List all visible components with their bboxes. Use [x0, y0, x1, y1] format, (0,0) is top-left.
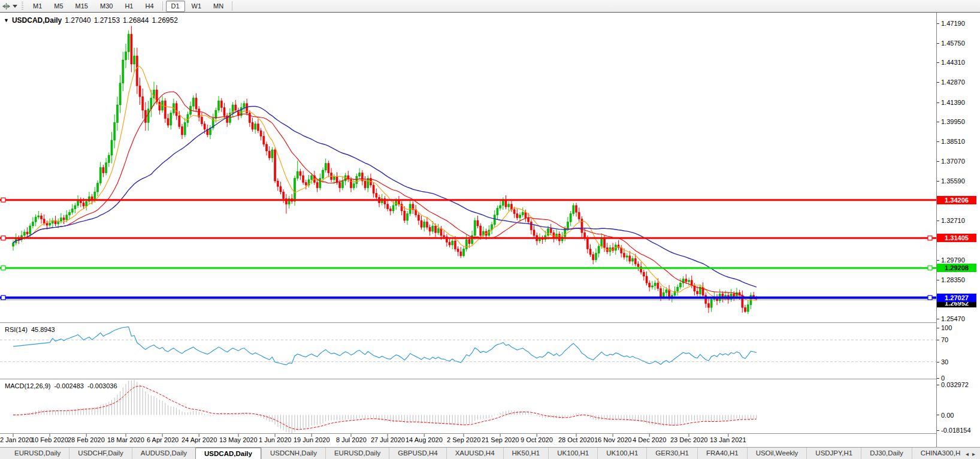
price-line-label-1.31405: 1.31405: [937, 234, 976, 242]
timeframe-button-h1[interactable]: H1: [119, 1, 138, 12]
price-line-label-1.27027: 1.27027: [937, 294, 976, 302]
price-line-label-1.29208: 1.29208: [937, 264, 976, 272]
price-tick-1.41390: 1.41390: [937, 99, 980, 106]
toolbar-separator: [162, 1, 163, 11]
symbol-period-label: USDCAD,Daily: [12, 16, 62, 25]
toolbar-separator: [232, 1, 232, 11]
date-label: 18 Mar 2020: [107, 436, 144, 443]
macd-axis-max: 0.032972: [937, 381, 980, 388]
macd-indicator-label: MACD(12,26,9) -0.002483 -0.003036: [5, 382, 117, 389]
date-label: 1 Jun 2020: [259, 436, 291, 443]
price-tick-1.44310: 1.44310: [937, 59, 980, 66]
macd-name: MACD(12,26,9): [5, 382, 50, 389]
chart-tab-ger30-h1[interactable]: GER30,H1: [646, 448, 697, 459]
date-label: 13 May 2020: [219, 436, 258, 443]
ohlc-high: 1.27153: [94, 16, 120, 25]
bear-candle-wicks: [19, 26, 756, 313]
timeframe-button-mn[interactable]: MN: [208, 1, 229, 12]
chevron-down-icon[interactable]: [13, 5, 17, 8]
chart-tab-hk50-h1[interactable]: HK50,H1: [503, 448, 549, 459]
macd-signal-line: [13, 386, 757, 429]
chart-tab-china300-h1[interactable]: CHINA300,H1: [912, 448, 961, 459]
ohlc-close: 1.26952: [152, 16, 177, 25]
price-axis[interactable]: 1.471901.457501.443101.428701.413901.399…: [936, 13, 980, 448]
chart-tab-usdcnh-daily[interactable]: USDCNH,Daily: [261, 448, 325, 459]
crosshair-arrows-icon[interactable]: [1, 1, 11, 11]
date-label: 14 Aug 2020: [406, 436, 443, 443]
tab-scroll-right-icon[interactable]: ▸: [972, 451, 975, 457]
tab-scroll-arrows: ◂ ▸: [961, 448, 980, 459]
macd-axis-min: -0.018154: [937, 427, 980, 434]
timeframe-button-d1[interactable]: D1: [166, 1, 185, 12]
tab-scroll-left-icon[interactable]: ◂: [966, 451, 969, 457]
chart-tab-usoil-weekly[interactable]: USOil,Weekly: [747, 448, 807, 459]
chart-title: ▼ USDCAD,Daily 1.27040 1.27153 1.26844 1…: [4, 16, 178, 25]
timeframe-toolbar: M1M5M15M30H1H4D1W1MN: [0, 0, 980, 13]
symbol-dropdown-icon[interactable]: ▼: [4, 17, 9, 23]
date-label: 16 Nov 2020: [594, 436, 631, 443]
chart-window: ▼ USDCAD,Daily 1.27040 1.27153 1.26844 1…: [0, 12, 980, 448]
timeframe-button-h4[interactable]: H4: [140, 1, 159, 12]
toolbar-grip-handle[interactable]: [22, 2, 23, 10]
chart-tab-xauusd-h4[interactable]: XAUUSD,H4: [446, 448, 503, 459]
chart-tab-uk100-h1[interactable]: UK100,H1: [548, 448, 597, 459]
timeframe-button-m15[interactable]: M15: [70, 1, 93, 12]
rsi-indicator-label: RSI(14) 45.8943: [5, 326, 55, 333]
chart-tabs: EURUSD,DailyUSDCHF,DailyAUDUSD,DailyUSDC…: [0, 448, 961, 459]
chart-tab-eurusd-daily[interactable]: EURUSD,Daily: [325, 448, 389, 459]
chart-canvas[interactable]: [0, 13, 936, 448]
line-handle: [1, 236, 5, 240]
line-handle: [1, 266, 5, 270]
chart-tab-dj30-daily[interactable]: DJ30,Daily: [861, 448, 912, 459]
chart-tab-fra40-h1[interactable]: FRA40,H1: [697, 448, 747, 459]
line-handle: [928, 266, 932, 270]
line-handle: [1, 198, 5, 202]
timeframe-button-w1[interactable]: W1: [186, 1, 207, 12]
macd-histogram: [13, 380, 757, 433]
macd-axis-zero: 0.00: [937, 412, 980, 419]
chart-tab-usdjpy-h1[interactable]: USDJPY,H1: [806, 448, 861, 459]
date-label: 28 Oct 2020: [558, 436, 594, 443]
date-label: 2 Sep 2020: [447, 436, 480, 443]
line-handle: [928, 295, 932, 300]
chart-tab-gbpusd-h4[interactable]: GBPUSD,H4: [389, 448, 446, 459]
macd-value: -0.002483: [54, 382, 84, 389]
date-axis[interactable]: 22 Jan 202010 Feb 202028 Feb 202018 Mar …: [0, 436, 936, 446]
bear-candle-bodies: [18, 34, 757, 312]
timeframe-buttons: M1M5M15M30H1H4D1W1MN: [27, 1, 235, 12]
rsi-axis-100: 100: [937, 324, 980, 331]
ohlc-open: 1.27040: [65, 16, 90, 25]
ohlc-low: 1.26844: [123, 16, 149, 25]
rsi-line: [13, 327, 757, 365]
chart-tab-eurusd-daily[interactable]: EURUSD,Daily: [6, 448, 69, 459]
rsi-value: 45.8943: [31, 326, 55, 333]
rsi-name: RSI(14): [5, 326, 28, 333]
price-tick-1.35590: 1.35590: [937, 177, 980, 185]
date-label: 23 Dec 2020: [670, 436, 707, 443]
price-tick-1.25470: 1.25470: [937, 315, 980, 322]
date-label: 9 Oct 2020: [521, 436, 553, 443]
price-tick-1.45750: 1.45750: [937, 40, 980, 47]
macd-signal-value: -0.003036: [87, 382, 117, 389]
chart-tab-usdcad-daily[interactable]: USDCAD,Daily: [195, 448, 261, 459]
timeframe-button-m1[interactable]: M1: [28, 1, 47, 12]
price-tick-1.32710: 1.32710: [937, 217, 980, 224]
chart-tab-bar: EURUSD,DailyUSDCHF,DailyAUDUSD,DailyUSDC…: [0, 447, 980, 459]
date-label: 24 Apr 2020: [182, 436, 217, 443]
price-line-label-1.34206: 1.34206: [937, 196, 976, 204]
chart-tab-uk100-h1[interactable]: UK100,H1: [597, 448, 646, 459]
date-label: 27 Jul 2020: [371, 436, 405, 443]
moving-average-8: [13, 67, 757, 300]
chart-tab-usdchf-daily[interactable]: USDCHF,Daily: [69, 448, 131, 459]
rsi-axis-30: 30: [937, 358, 980, 366]
date-label: 28 Feb 2020: [68, 436, 105, 443]
date-label: 19 Jun 2020: [294, 436, 330, 443]
price-tick-1.37070: 1.37070: [937, 158, 980, 165]
date-label: 4 Dec 2020: [633, 436, 666, 443]
chart-tab-audusd-daily[interactable]: AUDUSD,Daily: [132, 448, 195, 459]
line-handle: [928, 236, 932, 240]
date-label: 8 Jul 2020: [336, 436, 367, 443]
timeframe-button-m30[interactable]: M30: [95, 1, 118, 12]
timeframe-button-m5[interactable]: M5: [49, 1, 68, 12]
price-tick-1.47190: 1.47190: [937, 20, 980, 27]
